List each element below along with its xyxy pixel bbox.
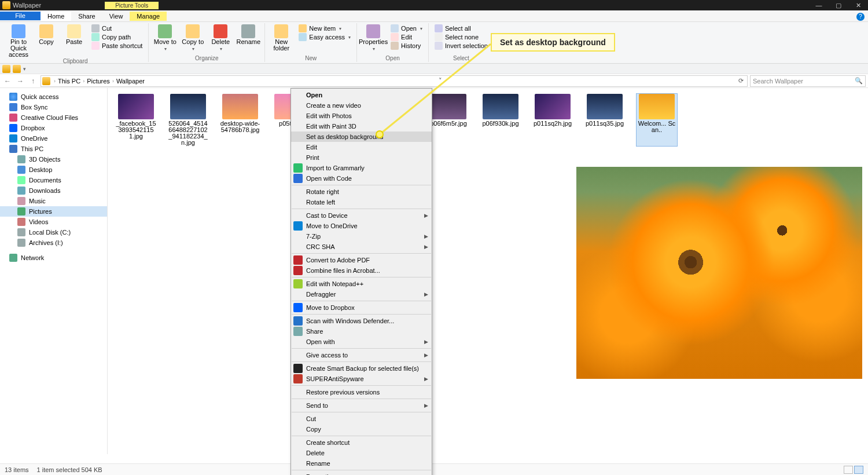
- tab-home[interactable]: Home: [41, 12, 71, 21]
- context-menu-item[interactable]: Edit with Photos: [291, 111, 432, 121]
- context-menu-item[interactable]: Edit with Paint 3D: [291, 121, 432, 131]
- new-folder-button[interactable]: New folder: [269, 24, 294, 52]
- copy-path-button[interactable]: Copy path: [89, 33, 145, 41]
- sidebar-item-arch[interactable]: Archives (I:): [0, 237, 107, 248]
- tab-share[interactable]: Share: [71, 12, 102, 21]
- close-button[interactable]: ✕: [848, 0, 868, 10]
- context-menu-item[interactable]: Delete: [291, 448, 432, 458]
- up-button[interactable]: ↑: [28, 77, 38, 85]
- context-menu-item[interactable]: Properties: [291, 472, 432, 475]
- context-menu-item[interactable]: Share: [291, 326, 432, 337]
- context-menu-item[interactable]: Combine files in Acrobat...: [291, 265, 432, 276]
- file-item[interactable]: p011sq35.jpg: [584, 94, 625, 146]
- select-all-button[interactable]: Select all: [432, 24, 490, 32]
- delete-button[interactable]: Delete: [208, 24, 233, 52]
- search-input[interactable]: Search Wallpaper 🔍: [750, 75, 866, 87]
- breadcrumb[interactable]: › This PC› Pictures› Wallpaper ˅ ⟳: [41, 75, 748, 87]
- context-menu-item[interactable]: Edit with Notepad++: [291, 279, 432, 289]
- context-menu-item[interactable]: Rotate left: [291, 197, 432, 207]
- sidebar-item-disk[interactable]: Local Disk (C:): [0, 227, 107, 237]
- context-menu-item[interactable]: SUPERAntiSpyware▶: [291, 374, 432, 384]
- picture-tools-tab[interactable]: Picture Tools: [105, 2, 159, 9]
- forward-button[interactable]: →: [15, 77, 25, 85]
- context-menu-item[interactable]: Create shortcut: [291, 437, 432, 448]
- copy-to-button[interactable]: Copy to: [180, 24, 205, 52]
- paste-button[interactable]: Paste: [61, 24, 87, 45]
- properties-button[interactable]: Properties: [361, 24, 386, 52]
- context-menu-item[interactable]: Scan with Windows Defender...: [291, 316, 432, 326]
- invert-selection-button[interactable]: Invert selection: [432, 42, 490, 50]
- qat-dropdown-icon[interactable]: ▾: [23, 66, 26, 72]
- breadcrumb-part[interactable]: This PC: [58, 78, 80, 85]
- context-menu-item[interactable]: Cast to Device▶: [291, 210, 432, 221]
- thumbnails-view-button[interactable]: [854, 466, 863, 474]
- context-menu-item[interactable]: Rename: [291, 458, 432, 469]
- context-menu-item[interactable]: Send to▶: [291, 400, 432, 411]
- file-item[interactable]: _facebook_1538935421151.jpg: [116, 94, 156, 146]
- history-button[interactable]: History: [388, 42, 425, 50]
- sidebar-item-cc[interactable]: Creative Cloud Files: [0, 112, 107, 123]
- open-button[interactable]: Open: [388, 24, 425, 32]
- context-menu-item[interactable]: Open with▶: [291, 337, 432, 347]
- context-menu-item[interactable]: Convert to Adobe PDF: [291, 255, 432, 265]
- copy-button[interactable]: Copy: [34, 24, 59, 45]
- sidebar-item-quick[interactable]: Quick access: [0, 92, 107, 102]
- back-button[interactable]: ←: [2, 77, 13, 85]
- context-menu-item[interactable]: Edit: [291, 142, 432, 152]
- sidebar-item-music[interactable]: Music: [0, 196, 107, 206]
- context-menu-item[interactable]: Cut: [291, 414, 432, 424]
- context-menu-item[interactable]: Open: [291, 90, 432, 100]
- tab-view[interactable]: View: [102, 12, 130, 21]
- breadcrumb-part[interactable]: Wallpaper: [116, 78, 145, 85]
- context-menu-item[interactable]: Move to OneDrive: [291, 221, 432, 231]
- context-menu-item[interactable]: Restore previous versions: [291, 387, 432, 397]
- rename-button[interactable]: Rename: [236, 24, 261, 45]
- file-item[interactable]: Welcom... Scan..: [637, 94, 677, 146]
- context-menu-item[interactable]: Print: [291, 152, 432, 163]
- context-menu-item[interactable]: Copy: [291, 424, 432, 434]
- context-menu-item[interactable]: CRC SHA▶: [291, 242, 432, 252]
- context-menu-item[interactable]: Open with Code: [291, 173, 432, 184]
- sidebar-item-pc[interactable]: This PC: [0, 144, 107, 154]
- context-menu-item[interactable]: Set as desktop background: [291, 131, 432, 142]
- sidebar-item-dl[interactable]: Downloads: [0, 185, 107, 196]
- new-item-button[interactable]: New item: [296, 24, 353, 32]
- move-to-button[interactable]: Move to: [152, 24, 178, 52]
- edit-button[interactable]: Edit: [388, 33, 425, 41]
- context-menu-item[interactable]: Create a new video: [291, 100, 432, 111]
- sidebar-item-pic[interactable]: Pictures: [0, 206, 107, 217]
- sidebar-item-doc[interactable]: Documents: [0, 175, 107, 185]
- cut-button[interactable]: Cut: [89, 24, 145, 32]
- sidebar-item-3d[interactable]: 3D Objects: [0, 154, 107, 165]
- tab-file[interactable]: File: [0, 12, 41, 20]
- context-menu-item[interactable]: Create Smart Backup for selected file(s): [291, 363, 432, 374]
- minimize-button[interactable]: —: [809, 0, 829, 10]
- file-item[interactable]: p011sq2h.jpg: [532, 94, 573, 146]
- sidebar-item-db[interactable]: Dropbox: [0, 123, 107, 133]
- sidebar-item-vid[interactable]: Videos: [0, 217, 107, 227]
- context-menu-item[interactable]: 7-Zip▶: [291, 231, 432, 242]
- maximize-button[interactable]: ▢: [829, 0, 848, 10]
- context-menu-item[interactable]: Move to Dropbox: [291, 302, 432, 313]
- details-view-button[interactable]: [844, 466, 853, 474]
- paste-shortcut-button[interactable]: Paste shortcut: [89, 42, 145, 50]
- context-menu-item[interactable]: Defraggler▶: [291, 289, 432, 299]
- file-item[interactable]: p06f930k.jpg: [480, 94, 521, 146]
- breadcrumb-part[interactable]: Pictures: [87, 78, 110, 85]
- pin-to-quick-access-button[interactable]: Pin to Quick access: [6, 24, 31, 58]
- easy-access-button[interactable]: Easy access: [296, 33, 353, 41]
- file-item[interactable]: p06f6m5r.jpg: [428, 94, 469, 146]
- file-item[interactable]: desktop-wide-54786b78.jpg: [220, 94, 260, 146]
- context-menu-item[interactable]: Rotate right: [291, 187, 432, 197]
- breadcrumb-dropdown-icon[interactable]: ˅: [436, 77, 444, 85]
- sidebar-item-box[interactable]: Box Sync: [0, 102, 107, 112]
- sidebar-item-net[interactable]: Network: [0, 253, 107, 263]
- sidebar-item-desk[interactable]: Desktop: [0, 165, 107, 175]
- sidebar-item-od[interactable]: OneDrive: [0, 133, 107, 144]
- context-menu-item[interactable]: Give access to▶: [291, 350, 432, 360]
- file-item[interactable]: 526064_451466488227102_941182234_n.jpg: [168, 94, 208, 146]
- context-menu-item[interactable]: Import to Grammarly: [291, 163, 432, 173]
- refresh-button[interactable]: ⟳: [736, 77, 746, 85]
- help-icon[interactable]: ?: [856, 13, 865, 21]
- select-none-button[interactable]: Select none: [432, 33, 490, 41]
